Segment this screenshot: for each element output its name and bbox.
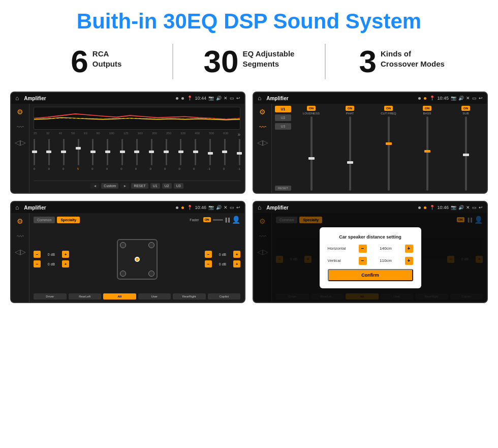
wave-icon-3[interactable]: 〰	[17, 232, 24, 241]
btn-rearright[interactable]: RearRight	[173, 293, 206, 300]
speaker-br	[148, 271, 154, 277]
eq-prev-btn[interactable]: ◄	[90, 183, 99, 189]
fader-slider[interactable]: ▐▐	[213, 218, 230, 222]
phat-on-btn[interactable]: ON	[346, 106, 354, 111]
stat-rca: 6 RCAOutputs	[30, 46, 162, 77]
stat-crossover: 3 Kinds ofCrossover Modes	[336, 46, 468, 77]
camera-icon-2: 📷	[451, 96, 456, 101]
dialog-overlay: Car speaker distance setting Horizontal …	[254, 213, 487, 302]
sub-on-btn[interactable]: ON	[461, 106, 470, 111]
volume-icon-2: 🔊	[458, 96, 464, 101]
dialog-horizontal-label: Horizontal	[328, 246, 356, 251]
speaker-icon-3[interactable]: ◁▷	[15, 248, 26, 256]
dialog-row-vertical: Vertical − 110cm +	[328, 257, 413, 265]
speaker-icon-2[interactable]: ◁▷	[257, 138, 268, 146]
stat-number-eq: 30	[204, 46, 239, 77]
back-icon-1: ↩	[236, 96, 240, 101]
spk-minus-4[interactable]: −	[205, 260, 212, 267]
bass-slider[interactable]	[426, 116, 428, 191]
cutfreq-slider[interactable]	[388, 116, 390, 191]
minus-icon-3: ▭	[230, 205, 234, 210]
phat-slider[interactable]	[349, 116, 351, 191]
loudness-slider[interactable]	[310, 116, 313, 191]
eq-u2-btn[interactable]: U2	[162, 183, 172, 189]
sub-slider[interactable]	[465, 116, 467, 191]
eq-custom-btn[interactable]: Custom	[101, 183, 118, 189]
home-icon-3[interactable]: ⌂	[15, 204, 19, 211]
eq-reset-btn[interactable]: RESET	[131, 183, 148, 189]
status-time-3: 10:46	[195, 205, 206, 210]
spk-minus-1[interactable]: −	[34, 251, 41, 258]
screen-crossover: ⌂ Amplifier 📍 10:45 📷 🔊 ✕ ▭ ↩ ⚙ 〰 ◁▷	[253, 92, 488, 194]
more-icon[interactable]: »	[237, 132, 240, 137]
home-icon-4[interactable]: ⌂	[258, 204, 261, 211]
confirm-button[interactable]: Confirm	[328, 269, 413, 281]
camera-icon-3: 📷	[208, 205, 214, 210]
spk-plus-4[interactable]: +	[233, 260, 240, 267]
dialog-vertical-minus[interactable]: −	[359, 257, 367, 265]
dialog-horizontal-plus[interactable]: +	[405, 245, 413, 253]
dialog-vertical-plus[interactable]: +	[405, 257, 413, 265]
home-icon[interactable]: ⌂	[15, 95, 19, 102]
eq-next-btn[interactable]: ►	[120, 183, 129, 189]
eq-slider-5	[92, 139, 94, 165]
cross-u1-btn[interactable]: U1	[275, 106, 291, 112]
spk-bottom-btns: Driver RearLeft All User RearRight Copil…	[34, 293, 240, 300]
cross-u2-btn[interactable]: U2	[275, 114, 291, 121]
spk-minus-2[interactable]: −	[34, 260, 41, 267]
loudness-on-btn[interactable]: ON	[307, 106, 316, 111]
spk-db-row-3: − 0 dB +	[205, 251, 240, 258]
spk-plus-1[interactable]: +	[62, 251, 69, 258]
stat-divider-1	[172, 44, 173, 79]
fader-on-btn[interactable]: ON	[203, 217, 211, 222]
wave-icon-2[interactable]: 〰	[259, 123, 266, 131]
spk-plus-2[interactable]: +	[62, 260, 69, 267]
screen-eq: ⌂ Amplifier 📍 10:44 📷 🔊 ✕ ▭ ↩ ⚙ 〰 ◁▷	[10, 92, 245, 194]
btn-rearleft[interactable]: RearLeft	[69, 293, 102, 300]
spk-minus-3[interactable]: −	[205, 251, 212, 258]
spk-plus-3[interactable]: +	[233, 251, 240, 258]
spk-db-row-4: − 0 dB +	[205, 260, 240, 267]
eq-slider-10	[166, 139, 167, 165]
cutfreq-label: CUT FREQ	[381, 112, 396, 115]
eq-val-1: 0	[34, 167, 35, 170]
cutfreq-on-btn[interactable]: ON	[384, 106, 393, 111]
screenshots-grid: ⌂ Amplifier 📍 10:44 📷 🔊 ✕ ▭ ↩ ⚙ 〰 ◁▷	[0, 86, 498, 313]
status-icons-2: 📍 10:45 📷 🔊 ✕ ▭ ↩	[429, 96, 483, 101]
user-avatar-icon: 👤	[232, 216, 240, 224]
bass-on-btn[interactable]: ON	[423, 106, 431, 111]
btn-copilot[interactable]: Copilot	[208, 293, 241, 300]
cross-u3-btn[interactable]: U3	[275, 123, 291, 130]
status-dot-1	[176, 97, 178, 100]
tab-common[interactable]: Common	[34, 217, 55, 223]
eq-u1-btn[interactable]: U1	[150, 183, 160, 189]
dialog-vertical-label: Vertical	[328, 258, 356, 263]
car-center-dot	[135, 257, 140, 262]
screen-speaker-dialog: ⌂ Amplifier 📍 10:46 📷 🔊 ✕ ▭ ↩ ⚙ 〰 ◁▷	[253, 201, 488, 303]
eq-icon-3[interactable]: ⚙	[17, 217, 23, 225]
dialog-horizontal-value: 140cm	[370, 246, 402, 251]
btn-all[interactable]: All	[103, 293, 136, 300]
loudness-label: LOUDNESS	[303, 112, 320, 115]
btn-driver[interactable]: Driver	[34, 293, 67, 300]
tab-specialty[interactable]: Specialty	[57, 217, 80, 223]
home-icon-2[interactable]: ⌂	[258, 95, 261, 102]
spk-val-4: 0 dB	[213, 262, 232, 266]
dialog-horizontal-minus[interactable]: −	[359, 245, 367, 253]
wave-icon[interactable]: 〰	[17, 123, 24, 131]
eq-u3-btn[interactable]: U3	[174, 183, 183, 189]
speaker-icon[interactable]: ◁▷	[15, 138, 26, 146]
eq-icon-2[interactable]: ⚙	[259, 108, 266, 116]
stats-row: 6 RCAOutputs 30 EQ AdjustableSegments 3 …	[0, 39, 498, 86]
eq-icon[interactable]: ⚙	[17, 108, 23, 116]
minus-icon-2: ▭	[472, 96, 477, 101]
sub-label: SUB	[462, 112, 469, 115]
eq-graph	[34, 107, 240, 130]
btn-user[interactable]: User	[138, 293, 171, 300]
status-icons-3: 📍 10:46 📷 🔊 ✕ ▭ ↩	[187, 205, 240, 210]
crossover-left-sidebar: ⚙ 〰 ◁▷	[254, 104, 272, 193]
eq-curve-svg	[34, 107, 240, 129]
cross-reset-btn[interactable]: RESET	[275, 186, 291, 191]
fader-label: Fader	[190, 218, 199, 222]
back-icon-3: ↩	[236, 205, 240, 210]
